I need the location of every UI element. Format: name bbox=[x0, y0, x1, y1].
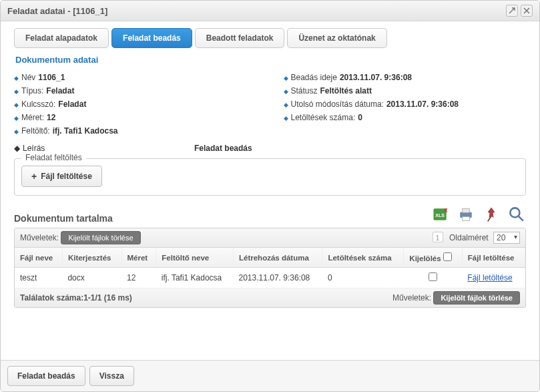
value-type: Feladat bbox=[46, 86, 74, 95]
svg-rect-3 bbox=[463, 208, 470, 212]
label-status: Státusz bbox=[291, 86, 318, 95]
value-downloads: 0 bbox=[358, 113, 362, 122]
select-all-checkbox[interactable] bbox=[443, 252, 452, 261]
col-size[interactable]: Méret bbox=[121, 248, 156, 268]
grid-bottom-bar: Találatok száma:1-1/1 (16 ms) Műveletek:… bbox=[15, 288, 525, 307]
cell-filename: teszt bbox=[15, 268, 62, 288]
cell-downloads: 0 bbox=[322, 268, 404, 288]
svg-line-7 bbox=[519, 216, 523, 221]
label-submit-time: Beadás ideje bbox=[291, 73, 337, 82]
cell-uploader: ifj. Tafi1 Kadocsa bbox=[156, 268, 234, 288]
section-heading: Dokumentum adatai bbox=[14, 55, 526, 65]
value-name: 1106_1 bbox=[38, 73, 65, 82]
dialog-content: Feladat alapadatok Feladat beadás Beadot… bbox=[1, 21, 539, 360]
bullet-icon: ◆ bbox=[14, 86, 19, 97]
pin-icon[interactable] bbox=[482, 205, 501, 224]
results-count: Találatok száma:1-1/1 (16 ms) bbox=[20, 293, 132, 303]
bullet-icon: ◆ bbox=[14, 100, 19, 110]
tab-message-teacher[interactable]: Üzenet az oktatónak bbox=[287, 28, 386, 48]
col-ext[interactable]: Kiterjesztés bbox=[62, 248, 121, 268]
files-table: Fájl neve Kiterjesztés Méret Feltöltő ne… bbox=[15, 248, 525, 288]
bullet-icon: ◆ bbox=[14, 73, 19, 83]
close-icon[interactable] bbox=[521, 5, 533, 17]
svg-rect-4 bbox=[463, 217, 470, 221]
back-button[interactable]: Vissza bbox=[89, 366, 134, 386]
value-keyword: Feladat bbox=[58, 100, 86, 109]
bullet-icon: ◆ bbox=[284, 100, 288, 110]
col-download[interactable]: Fájl letöltése bbox=[462, 248, 525, 268]
dialog-footer: Feladat beadás Vissza bbox=[1, 360, 539, 391]
value-submit-time: 2013.11.07. 9:36:08 bbox=[340, 73, 412, 82]
label-size: Méret: bbox=[21, 113, 44, 122]
upload-legend: Feladat feltöltés bbox=[21, 153, 86, 162]
label-description: Leírás bbox=[23, 144, 45, 153]
submit-button[interactable]: Feladat beadás bbox=[7, 366, 85, 386]
label-type: Típus: bbox=[21, 86, 43, 95]
row-select-checkbox[interactable] bbox=[429, 272, 437, 281]
value-status: Feltöltés alatt bbox=[320, 86, 372, 95]
cell-size: 12 bbox=[121, 268, 156, 288]
bullet-icon: ◆ bbox=[14, 126, 19, 137]
label-downloads: Letöltések száma: bbox=[291, 113, 356, 122]
pagesize-select[interactable]: 20 bbox=[493, 232, 520, 244]
search-icon[interactable] bbox=[507, 205, 526, 224]
cell-created: 2013.11.07. 9:36:08 bbox=[234, 268, 322, 288]
col-created[interactable]: Létrehozás dátuma bbox=[234, 248, 322, 268]
tab-bar: Feladat alapadatok Feladat beadás Beadot… bbox=[14, 28, 526, 48]
col-select[interactable]: Kijelölés bbox=[404, 248, 462, 268]
col-downloads[interactable]: Letöltések száma bbox=[322, 248, 404, 268]
table-row: teszt docx 12 ifj. Tafi1 Kadocsa 2013.11… bbox=[15, 268, 525, 288]
description-row: ◆Leírás Feladat beadás bbox=[14, 144, 526, 153]
expand-icon[interactable] bbox=[506, 5, 518, 17]
label-uploader: Feltöltő: bbox=[21, 126, 50, 136]
upload-fieldset: Feladat feltöltés + Fájl feltöltése bbox=[14, 158, 526, 196]
value-lastmod: 2013.11.07. 9:36:08 bbox=[386, 100, 459, 109]
upload-button-label: Fájl feltöltése bbox=[41, 172, 92, 181]
download-file-link[interactable]: Fájl letöltése bbox=[467, 273, 512, 282]
titlebar-controls bbox=[506, 5, 533, 17]
col-filename[interactable]: Fájl neve bbox=[15, 248, 62, 268]
label-keyword: Kulcsszó: bbox=[21, 100, 55, 109]
tab-submission[interactable]: Feladat beadás bbox=[111, 28, 192, 48]
value-size: 12 bbox=[47, 113, 55, 122]
bullet-icon: ◆ bbox=[284, 86, 288, 97]
delete-selected-bottom-button[interactable]: Kijelölt fájlok törlése bbox=[433, 291, 520, 305]
bullet-icon: ◆ bbox=[14, 144, 20, 153]
pagesize-label: Oldalméret bbox=[449, 233, 489, 242]
label-name: Név bbox=[21, 73, 35, 82]
label-lastmod: Utolsó módosítás dátuma: bbox=[291, 100, 384, 109]
bullet-icon: ◆ bbox=[14, 113, 19, 124]
col-uploader[interactable]: Feltöltő neve bbox=[156, 248, 234, 268]
titlebar: Feladat adatai - [1106_1] bbox=[1, 1, 539, 21]
window-title: Feladat adatai - [1106_1] bbox=[7, 6, 107, 16]
tab-submitted[interactable]: Beadott feladatok bbox=[195, 28, 285, 48]
svg-text:XLS: XLS bbox=[435, 213, 445, 218]
export-xls-icon[interactable]: XLS bbox=[431, 205, 450, 224]
details-left-col: ◆Név 1106_1 ◆Típus: Feladat ◆Kulcsszó: F… bbox=[14, 70, 257, 140]
doc-content-header: Dokumentum tartalma XLS bbox=[14, 205, 526, 224]
plus-icon: + bbox=[31, 171, 37, 182]
bullet-icon: ◆ bbox=[284, 73, 288, 83]
value-description: Feladat beadás bbox=[194, 144, 252, 153]
details-block: ◆Név 1106_1 ◆Típus: Feladat ◆Kulcsszó: F… bbox=[14, 70, 526, 140]
tab-basic-data[interactable]: Feladat alapadatok bbox=[14, 28, 109, 48]
details-right-col: ◆Beadás ideje 2013.11.07. 9:36:08 ◆Státu… bbox=[284, 70, 527, 140]
value-uploader: ifj. Tafi1 Kadocsa bbox=[53, 126, 118, 136]
page-number[interactable]: 1 bbox=[433, 232, 443, 242]
grid-top-bar: Műveletek: Kijelölt fájlok törlése 1 Old… bbox=[15, 228, 525, 248]
export-icon-strip: XLS bbox=[431, 205, 526, 224]
svg-point-6 bbox=[510, 208, 519, 217]
delete-selected-top-button[interactable]: Kijelölt fájlok törlése bbox=[61, 231, 140, 244]
doc-content-title: Dokumentum tartalma bbox=[14, 213, 113, 224]
ops-label-bottom: Műveletek: bbox=[392, 293, 431, 303]
cell-ext: docx bbox=[62, 268, 121, 288]
dialog-window: Feladat adatai - [1106_1] Feladat alapad… bbox=[0, 0, 540, 392]
files-grid: Műveletek: Kijelölt fájlok törlése 1 Old… bbox=[14, 228, 526, 308]
upload-file-button[interactable]: + Fájl feltöltése bbox=[21, 166, 102, 187]
print-icon[interactable] bbox=[457, 205, 475, 224]
bullet-icon: ◆ bbox=[284, 113, 288, 124]
ops-label: Műveletek: bbox=[20, 233, 59, 242]
